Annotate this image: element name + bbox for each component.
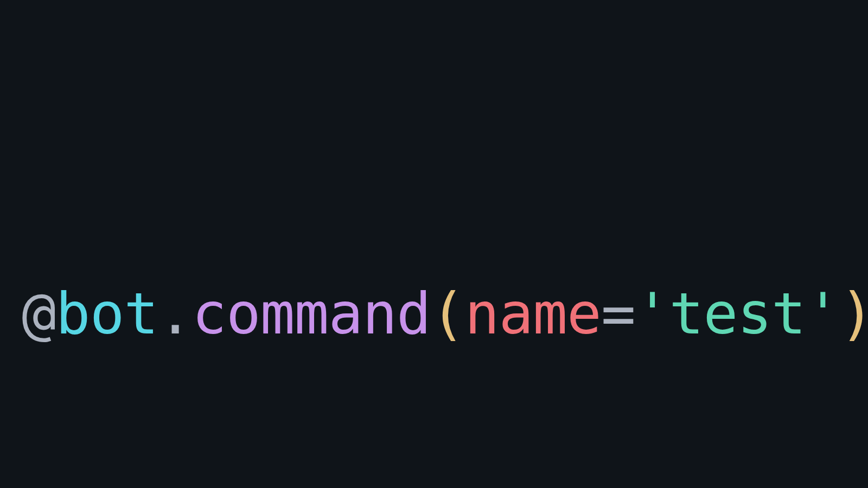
string-quote: ' xyxy=(806,280,840,347)
code-line: @bot.command(name='test') xyxy=(22,215,868,347)
code-editor[interactable]: @bot.command(name='test') async def test… xyxy=(0,0,868,488)
identifier-bot: bot xyxy=(56,280,158,347)
paren-close: ) xyxy=(840,280,868,347)
equals: = xyxy=(601,280,635,347)
string-test: test xyxy=(669,280,806,347)
dot: . xyxy=(158,280,192,347)
method-command: command xyxy=(192,280,431,347)
string-quote: ' xyxy=(635,280,669,347)
kwarg-name: name xyxy=(465,280,601,347)
paren-open: ( xyxy=(431,280,465,347)
decorator-at: @ xyxy=(22,280,56,347)
